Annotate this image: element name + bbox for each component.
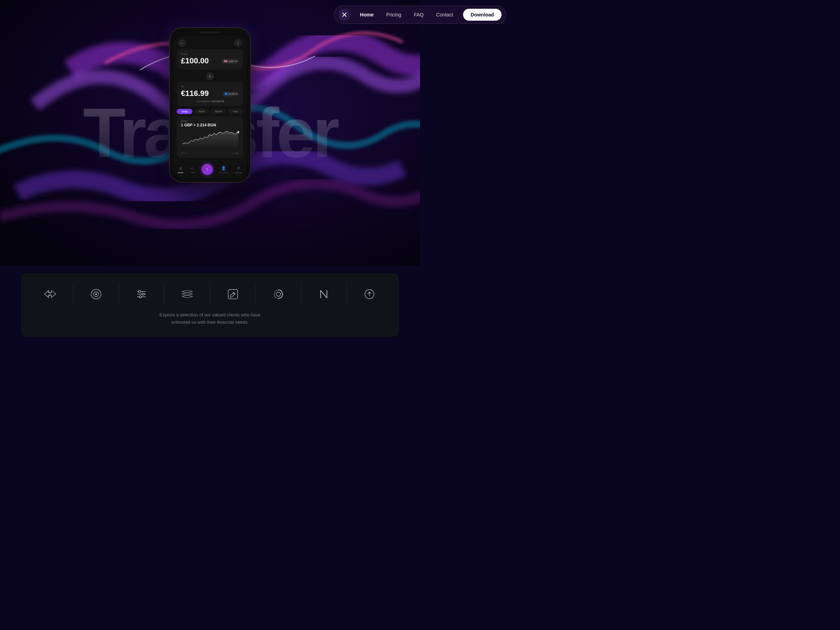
app-bottom-nav: ⌂ Home ▭ Card ↑ 👤 Receivers xyxy=(173,161,247,178)
nav-transfer-item[interactable]: ↑ xyxy=(202,164,213,175)
to-label: To xyxy=(181,85,239,88)
logos-description: Explore a selection of our valued client… xyxy=(28,311,392,326)
to-currency-badge[interactable]: EUR ▾ xyxy=(223,92,239,96)
nav-faq-link[interactable]: FAQ xyxy=(408,9,420,20)
chart-section: Today 1 GBP = 2.214 BGN xyxy=(177,116,243,158)
from-amount: £100.00 xyxy=(181,56,209,65)
logos-section: Explore a selection of our valued client… xyxy=(21,273,399,337)
logos-wrapper: Explore a selection of our valued client… xyxy=(0,266,420,351)
balance-amount: £13,519.78 xyxy=(212,100,224,103)
nav-settings-item[interactable]: ⚙ Settings xyxy=(235,165,242,174)
logo-filter xyxy=(119,284,164,305)
home-nav-label: Home xyxy=(178,172,183,174)
nav-receivers-item[interactable]: 👤 Receivers xyxy=(219,165,229,174)
exchange-chart xyxy=(181,129,239,150)
phone-mockup: ← i From £100.00 🇬🇧 GBP ▾ xyxy=(170,28,250,182)
chart-rate: 1 GBP = 2.214 BGN xyxy=(181,123,239,127)
logos-row xyxy=(28,284,392,305)
swap-button[interactable]: ↻ xyxy=(206,73,214,80)
app-header: ← i xyxy=(173,36,247,49)
logo-edit xyxy=(210,284,256,305)
tab-month[interactable]: Month xyxy=(211,109,226,114)
logo-letter-n xyxy=(302,284,347,305)
logo-circle-dot xyxy=(74,284,119,305)
time-tabs: Today Week Month Year xyxy=(177,109,243,114)
settings-nav-label: Settings xyxy=(235,172,242,174)
receivers-icon: 👤 xyxy=(221,165,226,171)
chart-title: Today xyxy=(181,120,239,122)
logo-spiral xyxy=(256,284,302,305)
from-chevron: ▾ xyxy=(235,60,237,63)
logos-desc-line1: Explore a selection of our valued client… xyxy=(159,312,261,317)
logos-desc-line2: entrusted us with their financial needs. xyxy=(171,319,248,325)
chart-date-start: 27 Feb xyxy=(181,152,188,154)
hero-section: Transfer ← i From £100.00 🇬🇧 GB xyxy=(0,0,420,266)
from-section: From £100.00 🇬🇧 GBP ▾ xyxy=(177,49,243,69)
svg-point-13 xyxy=(139,296,141,298)
svg-line-15 xyxy=(233,293,235,294)
to-amount: €116.99 xyxy=(181,89,209,98)
nav-home-link[interactable]: Home xyxy=(355,9,379,20)
card-nav-label: Card xyxy=(190,172,194,174)
navbar: Home Pricing FAQ Contact Download xyxy=(0,0,420,29)
from-currency-code: GBP xyxy=(229,60,235,63)
svg-point-12 xyxy=(142,293,144,295)
nav-pill: Home Pricing FAQ Contact Download xyxy=(334,6,420,24)
to-chevron: ▾ xyxy=(235,92,237,96)
to-currency-code: EUR xyxy=(229,92,235,96)
svg-point-11 xyxy=(139,291,141,293)
balance-text: Your balance: £13,519.78 xyxy=(181,100,239,103)
phone-notch xyxy=(199,32,221,33)
from-label: From xyxy=(181,52,239,56)
to-section: To €116.99 EUR ▾ Your balance: £13,519.7… xyxy=(177,82,243,106)
tab-week[interactable]: Week xyxy=(194,109,210,114)
svg-point-7 xyxy=(95,293,97,295)
swap-container: ↻ xyxy=(173,73,247,80)
receivers-nav-label: Receivers xyxy=(219,172,229,174)
nav-home-item[interactable]: ⌂ Home xyxy=(178,165,183,174)
logo-upload xyxy=(347,284,392,305)
phone-screen: ← i From £100.00 🇬🇧 GBP ▾ xyxy=(173,36,247,178)
nav-close-button[interactable] xyxy=(338,9,351,21)
nav-pricing-link[interactable]: Pricing xyxy=(381,9,407,20)
tab-today[interactable]: Today xyxy=(177,109,193,114)
phone-frame: ← i From £100.00 🇬🇧 GBP ▾ xyxy=(170,28,250,182)
chart-date-end: 27 Mar xyxy=(232,152,239,154)
back-button[interactable]: ← xyxy=(178,39,186,47)
svg-rect-14 xyxy=(228,289,238,299)
transfer-button[interactable]: ↑ xyxy=(202,164,213,175)
from-currency-badge[interactable]: 🇬🇧 GBP ▾ xyxy=(221,59,239,64)
settings-icon: ⚙ xyxy=(235,165,241,171)
chart-dates: 27 Feb 27 Mar xyxy=(181,152,239,154)
home-icon: ⌂ xyxy=(178,165,183,171)
info-button[interactable]: i xyxy=(234,39,242,47)
logo-layers xyxy=(164,284,210,305)
nav-card-item[interactable]: ▭ Card xyxy=(190,165,195,174)
svg-point-17 xyxy=(276,292,280,296)
tab-year[interactable]: Year xyxy=(228,109,243,114)
logo-double-arrow xyxy=(28,284,74,305)
card-icon: ▭ xyxy=(190,165,195,171)
